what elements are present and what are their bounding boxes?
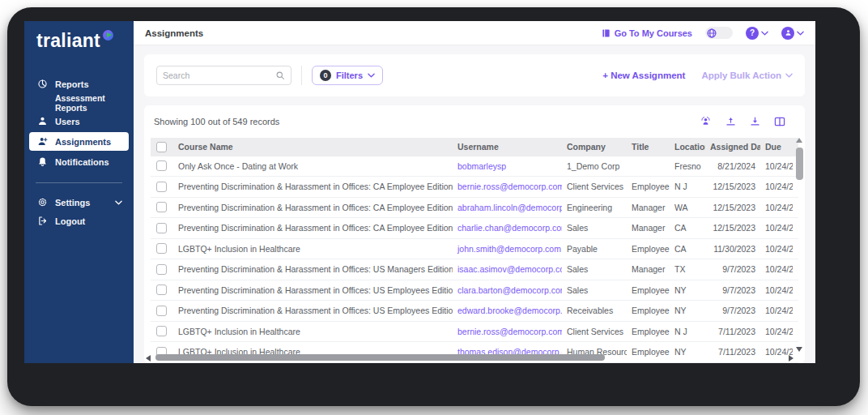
help-menu[interactable]: ? bbox=[746, 27, 768, 40]
sidebar-divider bbox=[36, 182, 122, 183]
sidebar-item-logout[interactable]: Logout bbox=[24, 212, 134, 230]
sidebar-item-label: Reports bbox=[55, 79, 89, 89]
row-checkbox[interactable] bbox=[156, 202, 167, 212]
main-area: Assignments Go To My Courses ? bbox=[134, 21, 815, 363]
brand-logo: traliant bbox=[24, 21, 134, 50]
assigned-date-cell: 12/15/2023 bbox=[705, 182, 760, 191]
column-header-assigned-date[interactable]: Assigned Date bbox=[705, 142, 760, 152]
search-box bbox=[156, 66, 291, 85]
assigned-date-cell: 9/7/2023 bbox=[705, 264, 760, 274]
sidebar-item-label: Notifications bbox=[55, 157, 109, 167]
columns-icon[interactable] bbox=[774, 117, 785, 126]
column-header-company[interactable]: Company bbox=[562, 142, 627, 152]
new-assignment-button[interactable]: + New Assignment bbox=[602, 71, 685, 80]
row-checkbox[interactable] bbox=[156, 285, 167, 295]
assigned-date-cell: 7/11/2023 bbox=[705, 327, 760, 336]
row-checkbox[interactable] bbox=[156, 326, 167, 336]
due-date-cell: 10/24/2 bbox=[760, 161, 793, 171]
due-date-cell: 10/24/2 bbox=[760, 244, 793, 254]
assigned-date-cell: 11/30/2023 bbox=[705, 244, 760, 254]
sidebar: traliant Reports Assessment Reports bbox=[24, 21, 134, 363]
filters-button[interactable]: 0 Filters bbox=[312, 66, 383, 85]
sidebar-item-users[interactable]: Users bbox=[24, 112, 134, 130]
column-header-username[interactable]: Username bbox=[453, 142, 562, 152]
horizontal-scrollbar[interactable] bbox=[146, 354, 794, 362]
select-all-checkbox[interactable] bbox=[156, 142, 167, 152]
username-link[interactable]: john.smith@democorp.com bbox=[453, 244, 562, 254]
row-checkbox[interactable] bbox=[156, 223, 167, 233]
username-link[interactable]: bernie.ross@democorp.com bbox=[453, 182, 562, 191]
brand-logo-text: traliant bbox=[36, 32, 100, 50]
sidebar-item-label: Logout bbox=[55, 216, 85, 226]
upload-icon[interactable] bbox=[725, 116, 736, 126]
table-row: Preventing Discrimination & Harassment i… bbox=[151, 280, 798, 302]
assigned-date-cell: 9/7/2023 bbox=[705, 285, 760, 295]
users-icon bbox=[37, 116, 48, 126]
due-date-cell: 10/24/2 bbox=[760, 182, 793, 191]
apply-bulk-action-label: Apply Bulk Action bbox=[701, 71, 781, 80]
row-checkbox[interactable] bbox=[156, 264, 167, 275]
course-name-cell: Only Ask Once - Dating at Work bbox=[173, 161, 453, 171]
go-to-my-courses-button[interactable]: Go To My Courses bbox=[602, 28, 692, 38]
username-link[interactable]: isaac.asimov@democorp.com bbox=[453, 264, 562, 274]
table-row: LGBTQ+ Inclusion in Healthcare bernie.ro… bbox=[151, 322, 798, 343]
username-link[interactable]: edward.brooke@democorp.com bbox=[453, 306, 562, 315]
username-link[interactable]: bobmarleysp bbox=[453, 161, 562, 171]
location-cell: NY bbox=[670, 285, 705, 295]
screenshot-stage: traliant Reports Assessment Reports bbox=[0, 0, 868, 415]
course-name-cell: Preventing Discrimination & Harassment i… bbox=[173, 223, 453, 233]
assigned-date-cell: 12/15/2023 bbox=[705, 203, 760, 212]
company-cell: 1_Demo Corp bbox=[562, 161, 627, 171]
scroll-up-arrow[interactable] bbox=[796, 138, 802, 143]
username-link[interactable]: bernie.ross@democorp.com bbox=[453, 327, 562, 336]
assignments-table-card: Showing 100 out of 549 records bbox=[144, 105, 805, 363]
bell-icon bbox=[37, 156, 48, 167]
reports-icon bbox=[37, 79, 48, 89]
assignments-icon bbox=[37, 136, 48, 147]
search-icon bbox=[275, 71, 285, 80]
row-checkbox[interactable] bbox=[156, 306, 167, 316]
sidebar-item-notifications[interactable]: Notifications bbox=[24, 152, 134, 171]
apply-bulk-action-button[interactable]: Apply Bulk Action bbox=[701, 71, 793, 80]
location-cell: TX bbox=[670, 264, 705, 274]
horizontal-scroll-thumb[interactable] bbox=[155, 354, 605, 361]
scroll-down-arrow[interactable] bbox=[796, 347, 802, 352]
scroll-right-arrow[interactable] bbox=[789, 355, 794, 362]
vertical-scroll-thumb[interactable] bbox=[796, 148, 803, 180]
course-name-cell: Preventing Discrimination & Harassment i… bbox=[173, 306, 453, 315]
row-checkbox[interactable] bbox=[156, 182, 167, 192]
search-input[interactable] bbox=[163, 71, 275, 80]
company-cell: Sales bbox=[562, 264, 627, 274]
username-link[interactable]: charlie.chan@democorp.com bbox=[453, 223, 562, 233]
username-link[interactable]: clara.barton@democorp.com bbox=[453, 285, 562, 295]
column-header-due-date[interactable]: Due bbox=[760, 142, 793, 152]
sidebar-item-reports[interactable]: Reports bbox=[24, 75, 134, 93]
sidebar-item-label: Assessment Reports bbox=[55, 93, 127, 113]
account-menu[interactable] bbox=[781, 27, 804, 40]
row-checkbox[interactable] bbox=[156, 243, 167, 254]
column-header-location[interactable]: Location bbox=[670, 142, 705, 152]
download-icon[interactable] bbox=[750, 116, 760, 126]
assigned-date-cell: 12/15/2023 bbox=[705, 223, 760, 233]
play-orb-icon bbox=[103, 30, 113, 41]
sidebar-item-assignments[interactable]: Assignments bbox=[29, 132, 129, 151]
column-header-title[interactable]: Title bbox=[627, 142, 670, 152]
table-body: Only Ask Once - Dating at Work bobmarley… bbox=[151, 156, 798, 363]
row-checkbox[interactable] bbox=[156, 160, 167, 171]
scroll-left-arrow[interactable] bbox=[146, 355, 151, 362]
vertical-scrollbar[interactable] bbox=[795, 138, 804, 358]
records-summary: Showing 100 out of 549 records bbox=[154, 117, 279, 126]
sidebar-item-label: Users bbox=[55, 117, 80, 126]
sidebar-item-settings[interactable]: Settings bbox=[24, 193, 134, 212]
column-header-course-name[interactable]: Course Name bbox=[173, 142, 453, 152]
user-sync-icon[interactable] bbox=[700, 116, 712, 126]
username-link[interactable]: abraham.lincoln@democorp.com bbox=[453, 203, 562, 212]
sidebar-nav: Reports Assessment Reports Users Assignm… bbox=[24, 75, 134, 230]
language-toggle[interactable] bbox=[705, 27, 733, 39]
assigned-date-cell: 9/7/2023 bbox=[705, 306, 760, 315]
table-row: Preventing Discrimination & Harassment i… bbox=[151, 177, 798, 198]
course-name-cell: Preventing Discrimination & Harassment i… bbox=[173, 203, 453, 212]
sidebar-item-assessment-reports[interactable]: Assessment Reports bbox=[24, 93, 134, 112]
due-date-cell: 10/24/2 bbox=[760, 306, 793, 315]
page-title: Assignments bbox=[145, 28, 203, 38]
